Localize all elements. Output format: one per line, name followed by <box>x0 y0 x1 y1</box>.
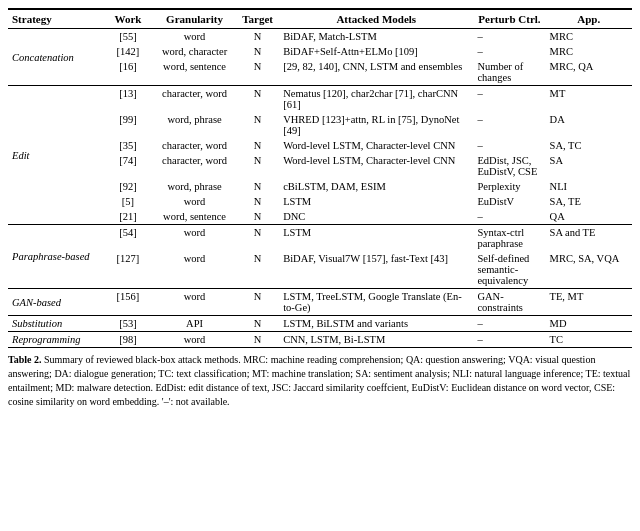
perturb-cell: – <box>473 316 545 332</box>
attacked-cell: Nematus [120], char2char [71], charCNN [… <box>279 86 473 113</box>
col-header-perturb: Perturb Ctrl. <box>473 9 545 29</box>
table-row: Concatenation[55]wordNBiDAF, Match-LSTM–… <box>8 29 632 45</box>
perturb-cell: GAN-constraints <box>473 289 545 316</box>
perturb-cell: Number of changes <box>473 59 545 86</box>
attacked-cell: Word-level LSTM, Character-level CNN <box>279 138 473 153</box>
granularity-cell: character, word <box>153 86 236 113</box>
granularity-cell: character, word <box>153 153 236 179</box>
work-cell: [98] <box>103 332 153 348</box>
work-cell: [5] <box>103 194 153 209</box>
table-row: GAN-based[156]wordNLSTM, TreeLSTM, Googl… <box>8 289 632 316</box>
strategy-cell: Reprogramming <box>8 332 103 348</box>
granularity-cell: character, word <box>153 138 236 153</box>
app-cell: SA <box>546 153 632 179</box>
target-cell: N <box>236 44 279 59</box>
work-cell: [35] <box>103 138 153 153</box>
attacked-cell: cBiLSTM, DAM, ESIM <box>279 179 473 194</box>
target-cell: N <box>236 86 279 113</box>
work-cell: [13] <box>103 86 153 113</box>
table-caption: Table 2. Summary of reviewed black-box a… <box>8 353 632 409</box>
work-cell: [74] <box>103 153 153 179</box>
app-cell: SA, TC <box>546 138 632 153</box>
work-cell: [55] <box>103 29 153 45</box>
strategy-cell: Edit <box>8 86 103 225</box>
app-cell: TE, MT <box>546 289 632 316</box>
granularity-cell: word, character <box>153 44 236 59</box>
perturb-cell: – <box>473 29 545 45</box>
target-cell: N <box>236 316 279 332</box>
strategy-cell: Concatenation <box>8 29 103 86</box>
granularity-cell: word <box>153 225 236 252</box>
granularity-cell: word <box>153 251 236 289</box>
attacked-cell: LSTM <box>279 225 473 252</box>
caption-label: Table 2. <box>8 354 42 365</box>
perturb-cell: – <box>473 44 545 59</box>
strategy-cell: GAN-based <box>8 289 103 316</box>
work-cell: [142] <box>103 44 153 59</box>
col-header-granularity: Granularity <box>153 9 236 29</box>
attacked-cell: LSTM, BiLSTM and variants <box>279 316 473 332</box>
work-cell: [99] <box>103 112 153 138</box>
target-cell: N <box>236 251 279 289</box>
col-header-target: Target <box>236 9 279 29</box>
target-cell: N <box>236 29 279 45</box>
target-cell: N <box>236 59 279 86</box>
col-header-attacked: Attacked Models <box>279 9 473 29</box>
table-row: Edit[13]character, wordNNematus [120], c… <box>8 86 632 113</box>
target-cell: N <box>236 225 279 252</box>
table-row: Paraphrase-based[54]wordNLSTMSyntax-ctrl… <box>8 225 632 252</box>
app-cell: QA <box>546 209 632 225</box>
granularity-cell: word, sentence <box>153 209 236 225</box>
granularity-cell: word, sentence <box>153 59 236 86</box>
attacked-cell: LSTM <box>279 194 473 209</box>
attacked-cell: BiDAF, Match-LSTM <box>279 29 473 45</box>
work-cell: [21] <box>103 209 153 225</box>
app-cell: SA, TE <box>546 194 632 209</box>
target-cell: N <box>236 289 279 316</box>
work-cell: [16] <box>103 59 153 86</box>
target-cell: N <box>236 209 279 225</box>
attacked-cell: Word-level LSTM, Character-level CNN <box>279 153 473 179</box>
attacked-cell: LSTM, TreeLSTM, Google Translate (En-to-… <box>279 289 473 316</box>
perturb-cell: Self-defined semantic-equivalency <box>473 251 545 289</box>
target-cell: N <box>236 138 279 153</box>
main-table: Strategy Work Granularity Target Attacke… <box>8 8 632 348</box>
target-cell: N <box>236 179 279 194</box>
perturb-cell: – <box>473 86 545 113</box>
table-container: Strategy Work Granularity Target Attacke… <box>8 8 632 409</box>
work-cell: [127] <box>103 251 153 289</box>
work-cell: [156] <box>103 289 153 316</box>
perturb-cell: – <box>473 209 545 225</box>
app-cell: TC <box>546 332 632 348</box>
table-row: Reprogramming[98]wordNCNN, LSTM, Bi-LSTM… <box>8 332 632 348</box>
attacked-cell: DNC <box>279 209 473 225</box>
caption-text: Summary of reviewed black-box attack met… <box>8 354 630 407</box>
attacked-cell: VHRED [123]+attn, RL in [75], DynoNet [4… <box>279 112 473 138</box>
perturb-cell: Perplexity <box>473 179 545 194</box>
attacked-cell: BiDAF, Visual7W [157], fast-Text [43] <box>279 251 473 289</box>
perturb-cell: EuDistV <box>473 194 545 209</box>
app-cell: DA <box>546 112 632 138</box>
attacked-cell: [29, 82, 140], CNN, LSTM and ensembles <box>279 59 473 86</box>
target-cell: N <box>236 194 279 209</box>
target-cell: N <box>236 112 279 138</box>
perturb-cell: – <box>473 138 545 153</box>
granularity-cell: word, phrase <box>153 179 236 194</box>
app-cell: MRC, SA, VQA <box>546 251 632 289</box>
attacked-cell: BiDAF+Self-Attn+ELMo [109] <box>279 44 473 59</box>
strategy-cell: Substitution <box>8 316 103 332</box>
target-cell: N <box>236 332 279 348</box>
app-cell: MT <box>546 86 632 113</box>
work-cell: [92] <box>103 179 153 194</box>
col-header-work: Work <box>103 9 153 29</box>
perturb-cell: – <box>473 332 545 348</box>
granularity-cell: API <box>153 316 236 332</box>
granularity-cell: word <box>153 194 236 209</box>
app-cell: SA and TE <box>546 225 632 252</box>
app-cell: MRC <box>546 44 632 59</box>
attacked-cell: CNN, LSTM, Bi-LSTM <box>279 332 473 348</box>
granularity-cell: word, phrase <box>153 112 236 138</box>
work-cell: [53] <box>103 316 153 332</box>
table-row: Substitution[53]APINLSTM, BiLSTM and var… <box>8 316 632 332</box>
strategy-cell: Paraphrase-based <box>8 225 103 289</box>
